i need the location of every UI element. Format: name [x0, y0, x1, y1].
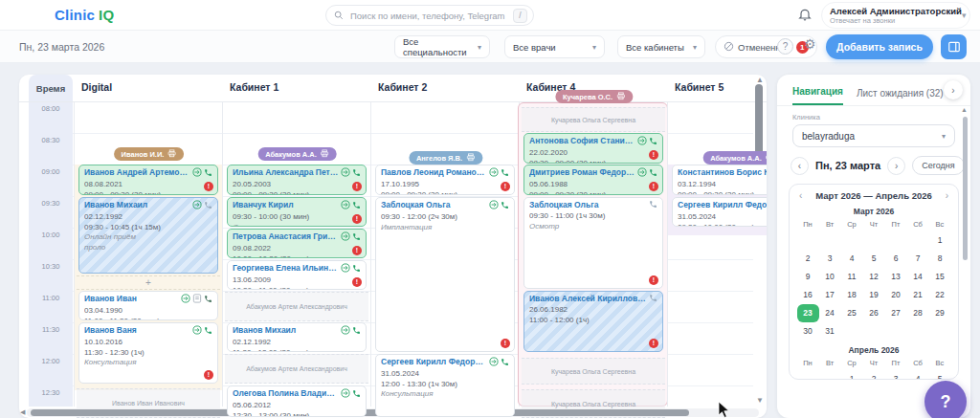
patient-dob: 17.10.1995 [381, 180, 509, 189]
collapse-sidebar-button[interactable]: › [944, 80, 963, 99]
day-cell[interactable]: 22 [929, 286, 951, 304]
day-cell[interactable]: 2 [863, 370, 885, 380]
doctor-slot-label[interactable]: Кучарева Ольга Сергеевна [522, 358, 665, 385]
appointment-card[interactable]: Иванов Алексей Кириллович26.06.198211:00… [523, 291, 663, 352]
patient-dob: 02.12.1992 [233, 338, 361, 347]
day-cell[interactable]: 16 [797, 286, 819, 304]
day-cell[interactable]: 21 [907, 286, 929, 304]
day-cell[interactable]: 29 [929, 304, 951, 322]
appointment-card[interactable]: Иванов Ваня10.10.201611:30 - 12:30 (1ч)К… [78, 322, 218, 384]
today-button[interactable]: Сегодня [912, 156, 965, 175]
appointment-card[interactable]: Иванов Михаил02.12.199211:30 - 12:00 (30… [227, 322, 367, 352]
appointment-card[interactable]: Сергеев Кирилл Федорович31.05.202409:30 … [672, 197, 767, 227]
day-cell[interactable]: 3 [885, 370, 907, 380]
prev-month-icon[interactable]: ‹ [799, 190, 802, 201]
day-cell[interactable]: 8 [929, 250, 951, 268]
sidebar-scrollbar[interactable] [963, 117, 968, 260]
day-cell[interactable]: 6 [885, 250, 907, 268]
scroll-up-icon[interactable]: ▲ [756, 76, 764, 84]
global-search[interactable]: / [325, 5, 534, 26]
help-fab[interactable]: ? [924, 381, 967, 418]
doctor-slot-label[interactable]: Кучарева Ольга Сергеевна [522, 107, 665, 132]
empty-day-cell [885, 322, 907, 341]
appointment-card[interactable]: Олегова Полина Владимировна05.06.201212:… [227, 385, 367, 417]
day-cell[interactable]: 12 [863, 268, 885, 286]
appointment-card[interactable]: Павлов Леонид Романович17.10.199509:00 -… [375, 165, 515, 195]
day-cell[interactable]: 19 [863, 286, 885, 304]
appointment-card[interactable]: Заблоцкая Ольга09:30 - 12:00 (2ч 30м)Имп… [375, 197, 515, 352]
day-cell[interactable]: 3 [819, 250, 841, 268]
column-title: Digital [81, 75, 112, 99]
appointment-card[interactable]: Дмитриев Роман Федорович05.06.198809:00 … [523, 165, 663, 195]
day-cell[interactable]: 2 [797, 250, 819, 268]
appointment-card[interactable]: Петрова Анастасия Григорьевна09.08.20221… [227, 229, 367, 258]
chevron-down-icon: ▾ [592, 43, 596, 52]
search-input[interactable] [348, 10, 508, 22]
day-cell[interactable]: 15 [929, 268, 951, 286]
gear-icon[interactable]: ⚙ [804, 36, 816, 52]
day-cell[interactable]: 9 [797, 268, 819, 286]
appointment-card[interactable]: Ильина Александра Петровна20.05.200309:0… [227, 165, 367, 195]
tab-navigation[interactable]: Навигация [792, 86, 843, 105]
notifications-bell-icon[interactable] [797, 7, 814, 24]
doctor-badge[interactable]: Иванов И.И. [114, 147, 185, 161]
next-day-button[interactable]: › [887, 157, 905, 175]
toggle-side-panel-button[interactable] [941, 34, 967, 59]
day-cell[interactable]: 18 [841, 286, 863, 304]
day-cell[interactable]: 4 [907, 370, 929, 380]
day-cell[interactable]: 30 [797, 322, 819, 341]
help-icon[interactable]: ? [777, 38, 793, 55]
tab-waitlist[interactable]: Лист ожидания (32) [857, 88, 944, 105]
doctors-filter[interactable]: Все врачи ▾ [504, 35, 605, 58]
appointment-card[interactable]: Иванов Иван03.04.199011:00 - 11:30 (30 м… [78, 291, 218, 320]
empty-day-cell [819, 231, 841, 250]
doctor-badge-label: Ангелов Я.В. [416, 154, 462, 163]
specialties-filter[interactable]: Все специальности ▾ [394, 35, 490, 58]
day-cell[interactable]: 20 [885, 286, 907, 304]
add-appointment-button[interactable]: Добавить запись [826, 34, 933, 59]
doctor-slot-label[interactable]: Абакумов Артем Александрович [225, 292, 368, 321]
day-cell[interactable]: 23 [797, 304, 819, 322]
dial-icon [341, 325, 350, 338]
clinic-select[interactable]: belayraduga ▾ [792, 124, 955, 147]
day-cell[interactable]: 31 [819, 322, 841, 341]
appointment-card[interactable]: Константинов Борис Ка03.12.199409:00 - 0… [672, 165, 767, 195]
sidebar-scroll-up-icon[interactable]: ▲ [961, 106, 968, 113]
day-cell[interactable]: 5 [929, 370, 951, 380]
day-cell[interactable]: 17 [819, 286, 841, 304]
appointment-card[interactable]: Георгиева Елена Ильинична13.06.200910:30… [227, 260, 367, 290]
doctor-badge[interactable]: Ангелов Я.В. [409, 151, 482, 165]
appointment-card[interactable]: Заблоцкая Ольга09:30 - 11:00 (1ч 30м)Осм… [523, 197, 663, 289]
add-slot-zone[interactable]: + [77, 275, 220, 290]
day-cell[interactable]: 1 [841, 370, 863, 380]
day-cell[interactable]: 25 [841, 304, 863, 322]
day-cell[interactable]: 13 [885, 268, 907, 286]
day-cell[interactable]: 27 [885, 304, 907, 322]
doctor-slot-label[interactable]: Абакумов Артем Александрович [225, 354, 368, 384]
day-cell[interactable]: 24 [819, 304, 841, 322]
day-cell[interactable]: 14 [907, 268, 929, 286]
day-cell[interactable]: 26 [863, 304, 885, 322]
scroll-left-icon[interactable]: ◀ [20, 408, 25, 416]
day-cell[interactable]: 7 [907, 250, 929, 268]
doctor-badge[interactable]: Кучарева О.С. [555, 90, 633, 103]
appointment-card[interactable]: Иванчук Кирил09:30 - 10:00 (30 мин)Осмот… [227, 197, 367, 227]
day-cell[interactable]: 28 [907, 304, 929, 322]
appointment-card[interactable]: Антонова София Станиславовна22.02.202008… [523, 133, 663, 164]
appointment-card[interactable]: Иванов Михаил02.12.199209:30 - 10:45 (1ч… [78, 197, 218, 274]
doctor-badge[interactable]: Абакумов А.А. [257, 147, 337, 161]
cancelled-filter-button[interactable]: Отмененные 1 [715, 35, 817, 58]
day-cell[interactable]: 1 [929, 231, 951, 250]
day-cell[interactable]: 4 [841, 250, 863, 268]
appointment-card[interactable]: Иванов Андрей Артемович08.08.202109:00 -… [78, 165, 218, 195]
day-cell[interactable]: 10 [819, 268, 841, 286]
prev-day-button[interactable]: ‹ [791, 157, 809, 175]
day-cell[interactable]: 11 [841, 268, 863, 286]
day-cell[interactable]: 5 [863, 250, 885, 268]
doctor-badge[interactable]: Абакумов А.А. [702, 151, 767, 165]
user-menu[interactable]: Алексей Администраторский Отвечает на зв… [821, 2, 970, 29]
next-month-icon[interactable]: › [946, 190, 948, 201]
scroll-down-icon[interactable]: ▼ [756, 396, 764, 405]
appointment-card[interactable]: Сергеев Кирилл Федорович31.05.202412:00 … [375, 354, 515, 417]
cabinets-filter[interactable]: Все кабинеты ▾ [617, 35, 705, 58]
